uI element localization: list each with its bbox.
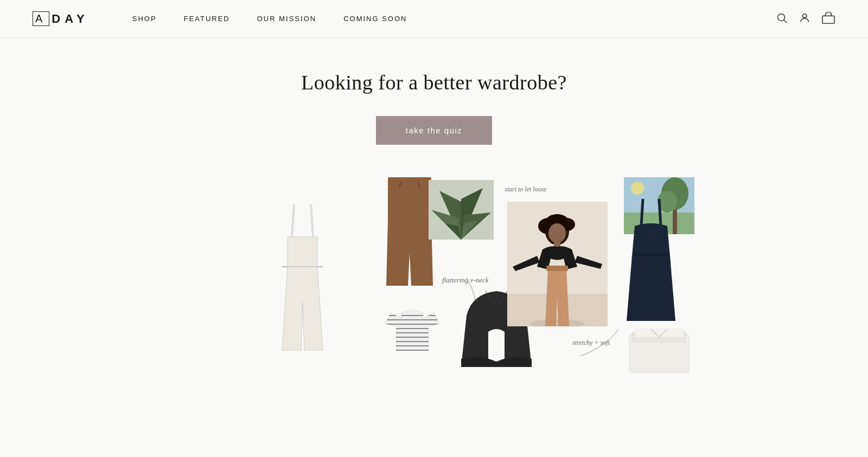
nav-our-mission[interactable]: OUR MISSION bbox=[257, 15, 316, 23]
main-content: Looking for a better wardrobe? take the … bbox=[0, 38, 868, 410]
svg-point-2 bbox=[802, 14, 806, 17]
svg-line-5 bbox=[311, 204, 313, 237]
search-icon[interactable] bbox=[776, 12, 788, 26]
logo-text: DAY bbox=[52, 12, 88, 26]
svg-rect-33 bbox=[546, 266, 568, 271]
svg-rect-3 bbox=[822, 16, 834, 23]
plant-photo bbox=[429, 180, 494, 240]
fashion-photo bbox=[507, 202, 608, 326]
nav-shop[interactable]: SHOP bbox=[132, 15, 157, 23]
striped-top bbox=[385, 302, 439, 351]
svg-point-40 bbox=[631, 182, 644, 195]
svg-line-4 bbox=[292, 204, 294, 237]
svg-line-42 bbox=[659, 199, 661, 226]
svg-rect-6 bbox=[288, 237, 317, 267]
nav-icons bbox=[776, 12, 835, 26]
svg-line-41 bbox=[641, 199, 643, 226]
svg-rect-46 bbox=[635, 329, 684, 337]
navy-dress bbox=[624, 196, 678, 321]
nav-featured[interactable]: FEATURED bbox=[184, 15, 230, 23]
annotation-flattering: flattering v-neck bbox=[442, 275, 489, 286]
brand-logo[interactable]: A DAY bbox=[33, 11, 89, 26]
annotation-loose: start to let loose bbox=[505, 185, 547, 194]
annotation-stretchy: stretchy + soft bbox=[572, 339, 610, 347]
svg-rect-13 bbox=[388, 187, 431, 220]
logo-a-letter: A bbox=[33, 11, 49, 26]
header: A DAY SHOP FEATURED OUR MISSION COMING S… bbox=[0, 0, 868, 38]
user-icon[interactable] bbox=[799, 12, 810, 26]
collage-area: flattering v-neck bbox=[108, 172, 760, 410]
page-heading: Looking for a better wardrobe? bbox=[301, 70, 567, 94]
bag-icon[interactable] bbox=[821, 12, 835, 26]
svg-point-0 bbox=[778, 14, 785, 21]
main-nav: SHOP FEATURED OUR MISSION COMING SOON bbox=[132, 15, 776, 23]
nav-coming-soon[interactable]: COMING SOON bbox=[343, 15, 407, 23]
svg-line-1 bbox=[784, 20, 787, 23]
svg-point-31 bbox=[548, 223, 566, 243]
white-jumpsuit bbox=[277, 204, 328, 351]
quiz-button[interactable]: take the quiz bbox=[376, 116, 493, 145]
brown-pants bbox=[385, 177, 434, 286]
white-shirt bbox=[627, 324, 692, 378]
svg-rect-10 bbox=[388, 177, 431, 187]
